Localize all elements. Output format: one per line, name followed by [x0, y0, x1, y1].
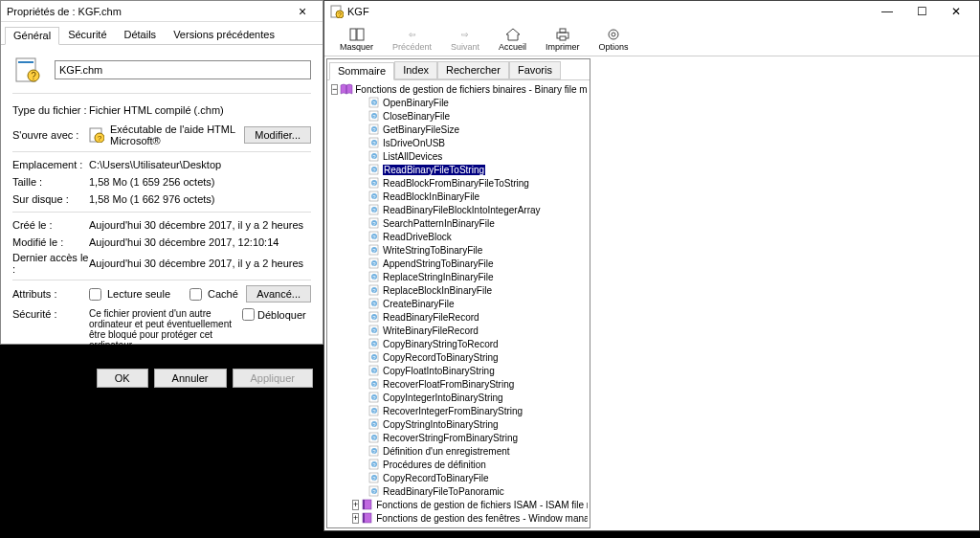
next-button[interactable]: ⇨Suivant [441, 22, 489, 56]
cancel-button[interactable]: Annuler [154, 369, 227, 388]
tree-page-item[interactable]: ?OpenBinaryFile [368, 96, 588, 109]
tree-label: Fonctions de gestion de fichiers binaire… [355, 84, 588, 95]
security-label: Sécurité : [12, 308, 89, 320]
tree-page-item[interactable]: ?CloseBinaryFile [368, 109, 588, 123]
tree-page-item[interactable]: ?SearchPatternInBinaryFile [368, 216, 588, 230]
tree-page-item[interactable]: ?Définition d'un enregistrement [368, 444, 588, 458]
unblock-label: Débloquer [257, 309, 306, 321]
tree-page-item[interactable]: ?ReadBlockInBinaryFile [368, 190, 588, 203]
help-page-icon: ? [368, 378, 381, 390]
tree-label: GetBinaryFileSize [383, 124, 459, 135]
tree-page-item[interactable]: ?ReplaceStringInBinaryFile [368, 270, 588, 283]
tree-label: CopyRecordToBinaryFile [383, 473, 489, 483]
filename-input[interactable] [55, 60, 311, 79]
nav-tab-favorites[interactable]: Favoris [509, 61, 561, 79]
options-icon [606, 27, 621, 42]
advanced-button[interactable]: Avancé... [246, 285, 311, 303]
tree-page-item[interactable]: ?CopyRecordToBinaryFile [368, 471, 588, 484]
tree-page-item[interactable]: ?ReadBinaryFileBlockIntoIntegerArray [368, 203, 588, 216]
tree-page-item[interactable]: ?ReplaceBlockInBinaryFile [368, 283, 588, 297]
help-page-icon: ? [368, 123, 381, 135]
tree-page-item[interactable]: ?CopyFloatIntoBinaryString [368, 364, 588, 377]
tree-page-item[interactable]: ?CopyStringIntoBinaryString [368, 417, 588, 431]
tree-label: ReadBlockFromBinaryFileToString [383, 178, 529, 189]
tree-page-item[interactable]: ?GetBinaryFileSize [368, 123, 588, 136]
tree-label: Procédures de définition [383, 460, 486, 470]
expand-icon[interactable]: + [352, 513, 359, 524]
expand-icon[interactable]: + [352, 500, 359, 510]
print-button[interactable]: Imprimer [536, 22, 590, 56]
hide-button[interactable]: Masquer [330, 22, 383, 56]
tree-label: WriteBinaryFileRecord [383, 325, 479, 336]
tab-security[interactable]: Sécurité [59, 26, 115, 44]
tree-scroll[interactable]: −Fonctions de gestion de fichiers binair… [329, 82, 588, 526]
tab-versions[interactable]: Versions précédentes [165, 26, 283, 44]
help-titlebar: ? KGF — ☐ ✕ [324, 1, 979, 22]
svg-rect-14 [560, 29, 566, 33]
tree-page-item[interactable]: ?RecoverStringFromBinaryString [368, 431, 588, 444]
chm-file-icon: ? [12, 55, 43, 85]
chm-app-small-icon: ? [330, 5, 344, 18]
tree-label: ReadBlockInBinaryFile [383, 191, 479, 202]
tree-page-item[interactable]: ?RecoverFloatFromBinaryString [368, 377, 588, 391]
tree-page-item[interactable]: ?Procédures de définition [368, 458, 588, 471]
nav-tab-index[interactable]: Index [394, 61, 437, 79]
tree-folder-item[interactable]: +Fonctions de gestion des menus [352, 525, 588, 526]
help-page-icon: ? [368, 485, 381, 497]
book-closed-icon [361, 499, 374, 510]
tree-page-item[interactable]: ?ReadDriveBlock [368, 230, 588, 243]
readonly-checkbox[interactable] [89, 288, 101, 301]
nav-tab-contents[interactable]: Sommaire [329, 62, 394, 80]
ok-button[interactable]: OK [97, 369, 148, 388]
tree-page-item[interactable]: ?CopyRecordToBinaryString [368, 350, 588, 364]
tree-page-item[interactable]: ?CopyBinaryStringToRecord [368, 337, 588, 350]
tree-page-item[interactable]: ?AppendStringToBinaryFile [368, 257, 588, 270]
tab-details[interactable]: Détails [116, 26, 166, 44]
tree-page-item[interactable]: ?CreateBinaryFile [368, 297, 588, 310]
unblock-checkbox[interactable] [242, 308, 255, 321]
modify-button[interactable]: Modifier... [244, 126, 311, 144]
tree-page-item[interactable]: ?WriteBinaryFileRecord [368, 324, 588, 337]
properties-title: Propriétés de : KGF.chm [7, 6, 288, 17]
help-page-icon: ? [368, 110, 381, 122]
tree-label: ReadBinaryFileRecord [383, 312, 479, 323]
help-content-pane [592, 56, 979, 530]
tree-label: CopyFloatIntoBinaryString [383, 366, 495, 376]
tree-page-item[interactable]: ?ReadBinaryFileToPanoramic [368, 484, 588, 498]
svg-rect-111 [363, 513, 365, 523]
help-page-icon: ? [368, 284, 381, 296]
tab-general[interactable]: Général [5, 27, 59, 45]
tree-page-item[interactable]: ?CopyIntegerIntoBinaryString [368, 391, 588, 404]
tree-page-item[interactable]: ?ReadBinaryFileRecord [368, 310, 588, 324]
tree-root-node[interactable]: −Fonctions de gestion de fichiers binair… [331, 82, 588, 96]
maximize-button[interactable]: ☐ [904, 1, 939, 22]
minimize-button[interactable]: — [870, 1, 904, 22]
help-page-icon: ? [368, 244, 381, 256]
prev-button[interactable]: ⇦Précédent [383, 22, 441, 56]
chm-app-icon: ? [89, 127, 104, 143]
tree-folder-item[interactable]: +Fonctions de gestion des fenêtres - Win… [352, 511, 588, 525]
tree-page-item[interactable]: ?WriteStringToBinaryFile [368, 243, 588, 257]
collapse-icon[interactable]: − [331, 84, 338, 95]
tree-page-item[interactable]: ?RecoverIntegerFromBinaryString [368, 404, 588, 417]
hidden-checkbox[interactable] [189, 288, 202, 301]
close-icon[interactable]: × [288, 4, 317, 19]
help-page-icon: ? [368, 164, 381, 175]
tree-page-item[interactable]: ?ReadBlockFromBinaryFileToString [368, 176, 588, 190]
type-value: Fichier HTML compilé (.chm) [89, 104, 311, 116]
tree-page-item[interactable]: ?IsDriveOnUSB [368, 136, 588, 149]
svg-marker-12 [506, 29, 520, 40]
close-button[interactable]: ✕ [939, 1, 973, 22]
back-arrow-icon: ⇦ [409, 27, 416, 42]
tree-label: ReadBinaryFileToPanoramic [383, 486, 504, 497]
help-page-icon: ? [368, 325, 381, 336]
tree-page-item[interactable]: ?ReadBinaryFileToString [368, 163, 588, 176]
apply-button[interactable]: Appliquer [233, 369, 313, 388]
nav-tab-search[interactable]: Rechercher [437, 61, 509, 79]
tree-folder-item[interactable]: +Fonctions de gestion de fichiers ISAM -… [352, 498, 588, 511]
home-button[interactable]: Accueil [489, 22, 536, 56]
disk-value: 1,58 Mo (1 662 976 octets) [89, 193, 311, 205]
options-button[interactable]: Options [590, 22, 638, 56]
tree-page-item[interactable]: ?ListAllDevices [368, 149, 588, 163]
tree-label: CopyIntegerIntoBinaryString [383, 392, 503, 403]
